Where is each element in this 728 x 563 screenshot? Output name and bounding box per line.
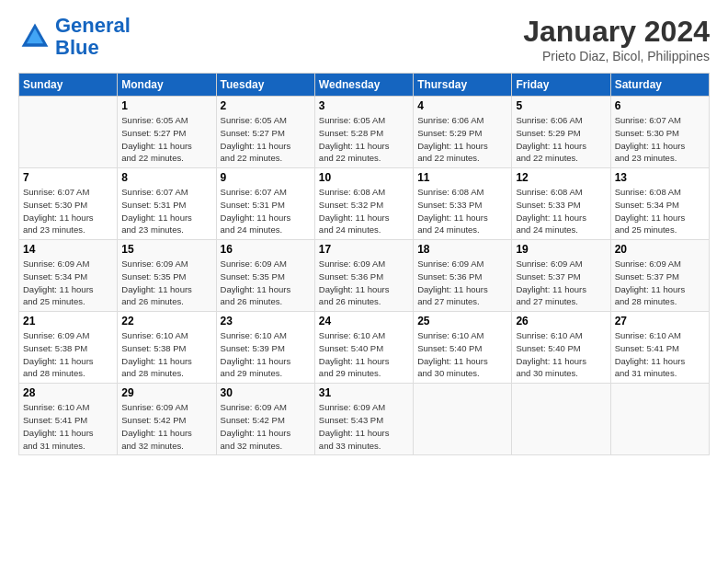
day-number: 12	[516, 171, 606, 184]
day-number: 18	[417, 243, 507, 256]
weekday-header-friday: Friday	[512, 74, 610, 97]
day-cell	[414, 384, 512, 455]
day-cell: 4Sunrise: 6:06 AM Sunset: 5:29 PM Daylig…	[414, 97, 512, 168]
logo-text: General Blue	[55, 15, 131, 59]
day-info: Sunrise: 6:09 AM Sunset: 5:42 PM Dayligh…	[121, 401, 211, 452]
day-number: 6	[615, 99, 705, 112]
day-cell: 24Sunrise: 6:10 AM Sunset: 5:40 PM Dayli…	[314, 312, 413, 384]
day-cell: 21Sunrise: 6:09 AM Sunset: 5:38 PM Dayli…	[19, 312, 118, 384]
day-info: Sunrise: 6:05 AM Sunset: 5:27 PM Dayligh…	[121, 114, 211, 165]
day-number: 7	[23, 171, 113, 184]
day-info: Sunrise: 6:06 AM Sunset: 5:29 PM Dayligh…	[516, 114, 606, 165]
day-cell	[610, 384, 709, 455]
day-cell: 17Sunrise: 6:09 AM Sunset: 5:36 PM Dayli…	[314, 240, 413, 312]
day-info: Sunrise: 6:09 AM Sunset: 5:34 PM Dayligh…	[23, 258, 113, 308]
day-number: 22	[121, 315, 211, 327]
day-info: Sunrise: 6:10 AM Sunset: 5:39 PM Dayligh…	[221, 329, 311, 380]
day-cell: 2Sunrise: 6:05 AM Sunset: 5:27 PM Daylig…	[216, 97, 314, 168]
day-cell	[19, 97, 118, 168]
weekday-header-tuesday: Tuesday	[216, 74, 314, 97]
day-number: 27	[615, 315, 705, 327]
weekday-header-monday: Monday	[118, 74, 216, 97]
day-cell: 14Sunrise: 6:09 AM Sunset: 5:34 PM Dayli…	[19, 240, 118, 312]
day-number: 19	[516, 243, 606, 256]
day-info: Sunrise: 6:07 AM Sunset: 5:31 PM Dayligh…	[121, 186, 211, 236]
day-info: Sunrise: 6:09 AM Sunset: 5:43 PM Dayligh…	[319, 401, 409, 452]
day-info: Sunrise: 6:09 AM Sunset: 5:42 PM Dayligh…	[221, 401, 311, 452]
week-row-5: 28Sunrise: 6:10 AM Sunset: 5:41 PM Dayli…	[19, 384, 710, 455]
weekday-row: SundayMondayTuesdayWednesdayThursdayFrid…	[19, 74, 710, 97]
day-cell	[512, 384, 610, 455]
day-info: Sunrise: 6:10 AM Sunset: 5:40 PM Dayligh…	[319, 329, 409, 380]
day-number: 21	[23, 315, 113, 327]
day-info: Sunrise: 6:09 AM Sunset: 5:36 PM Dayligh…	[417, 258, 507, 308]
day-cell: 18Sunrise: 6:09 AM Sunset: 5:36 PM Dayli…	[414, 240, 512, 312]
weekday-header-wednesday: Wednesday	[314, 74, 413, 97]
weekday-header-thursday: Thursday	[414, 74, 512, 97]
day-cell: 9Sunrise: 6:07 AM Sunset: 5:31 PM Daylig…	[216, 168, 314, 240]
day-number: 8	[121, 171, 211, 184]
day-number: 28	[23, 386, 113, 399]
logo-blue: Blue	[55, 36, 99, 59]
day-number: 29	[121, 386, 211, 399]
day-number: 10	[319, 171, 409, 184]
day-cell: 8Sunrise: 6:07 AM Sunset: 5:31 PM Daylig…	[118, 168, 216, 240]
day-number: 25	[417, 315, 507, 327]
day-number: 30	[221, 386, 311, 399]
day-number: 3	[319, 99, 409, 112]
day-cell: 20Sunrise: 6:09 AM Sunset: 5:37 PM Dayli…	[610, 240, 709, 312]
month-title: January 2024	[523, 15, 710, 49]
day-cell: 22Sunrise: 6:10 AM Sunset: 5:38 PM Dayli…	[118, 312, 216, 384]
logo-icon	[18, 20, 51, 53]
day-cell: 6Sunrise: 6:07 AM Sunset: 5:30 PM Daylig…	[610, 97, 709, 168]
day-cell: 27Sunrise: 6:10 AM Sunset: 5:41 PM Dayli…	[610, 312, 709, 384]
day-info: Sunrise: 6:10 AM Sunset: 5:38 PM Dayligh…	[121, 329, 211, 380]
day-number: 23	[221, 315, 311, 327]
day-cell: 10Sunrise: 6:08 AM Sunset: 5:32 PM Dayli…	[314, 168, 413, 240]
day-number: 11	[417, 171, 507, 184]
day-number: 1	[121, 99, 211, 112]
day-info: Sunrise: 6:07 AM Sunset: 5:31 PM Dayligh…	[221, 186, 311, 236]
title-block: January 2024 Prieto Diaz, Bicol, Philipp…	[523, 15, 710, 63]
day-info: Sunrise: 6:08 AM Sunset: 5:33 PM Dayligh…	[417, 186, 507, 236]
day-cell: 29Sunrise: 6:09 AM Sunset: 5:42 PM Dayli…	[118, 384, 216, 455]
day-number: 4	[417, 99, 507, 112]
calendar-header: SundayMondayTuesdayWednesdayThursdayFrid…	[19, 74, 710, 97]
logo-general: General	[55, 14, 131, 37]
day-cell: 30Sunrise: 6:09 AM Sunset: 5:42 PM Dayli…	[216, 384, 314, 455]
header: General Blue January 2024 Prieto Diaz, B…	[18, 15, 710, 63]
day-cell: 1Sunrise: 6:05 AM Sunset: 5:27 PM Daylig…	[118, 97, 216, 168]
calendar-table: SundayMondayTuesdayWednesdayThursdayFrid…	[18, 73, 710, 455]
day-cell: 19Sunrise: 6:09 AM Sunset: 5:37 PM Dayli…	[512, 240, 610, 312]
day-number: 2	[221, 99, 311, 112]
day-number: 26	[516, 315, 606, 327]
weekday-header-saturday: Saturday	[610, 74, 709, 97]
location-subtitle: Prieto Diaz, Bicol, Philippines	[523, 49, 710, 63]
day-cell: 13Sunrise: 6:08 AM Sunset: 5:34 PM Dayli…	[610, 168, 709, 240]
day-number: 9	[221, 171, 311, 184]
day-cell: 5Sunrise: 6:06 AM Sunset: 5:29 PM Daylig…	[512, 97, 610, 168]
week-row-1: 1Sunrise: 6:05 AM Sunset: 5:27 PM Daylig…	[19, 97, 710, 168]
day-cell: 7Sunrise: 6:07 AM Sunset: 5:30 PM Daylig…	[19, 168, 118, 240]
day-info: Sunrise: 6:05 AM Sunset: 5:27 PM Dayligh…	[221, 114, 311, 165]
day-number: 24	[319, 315, 409, 327]
day-info: Sunrise: 6:09 AM Sunset: 5:37 PM Dayligh…	[516, 258, 606, 308]
calendar-body: 1Sunrise: 6:05 AM Sunset: 5:27 PM Daylig…	[19, 97, 710, 455]
day-number: 5	[516, 99, 606, 112]
day-info: Sunrise: 6:10 AM Sunset: 5:41 PM Dayligh…	[615, 329, 705, 380]
logo: General Blue	[18, 15, 131, 59]
day-cell: 25Sunrise: 6:10 AM Sunset: 5:40 PM Dayli…	[414, 312, 512, 384]
day-info: Sunrise: 6:07 AM Sunset: 5:30 PM Dayligh…	[615, 114, 705, 165]
day-cell: 16Sunrise: 6:09 AM Sunset: 5:35 PM Dayli…	[216, 240, 314, 312]
day-cell: 31Sunrise: 6:09 AM Sunset: 5:43 PM Dayli…	[314, 384, 413, 455]
week-row-3: 14Sunrise: 6:09 AM Sunset: 5:34 PM Dayli…	[19, 240, 710, 312]
day-cell: 28Sunrise: 6:10 AM Sunset: 5:41 PM Dayli…	[19, 384, 118, 455]
day-number: 14	[23, 243, 113, 256]
day-info: Sunrise: 6:08 AM Sunset: 5:32 PM Dayligh…	[319, 186, 409, 236]
day-cell: 11Sunrise: 6:08 AM Sunset: 5:33 PM Dayli…	[414, 168, 512, 240]
day-info: Sunrise: 6:09 AM Sunset: 5:38 PM Dayligh…	[23, 329, 113, 380]
day-info: Sunrise: 6:08 AM Sunset: 5:33 PM Dayligh…	[516, 186, 606, 236]
day-number: 31	[319, 386, 409, 399]
page: General Blue January 2024 Prieto Diaz, B…	[0, 0, 728, 465]
day-cell: 26Sunrise: 6:10 AM Sunset: 5:40 PM Dayli…	[512, 312, 610, 384]
